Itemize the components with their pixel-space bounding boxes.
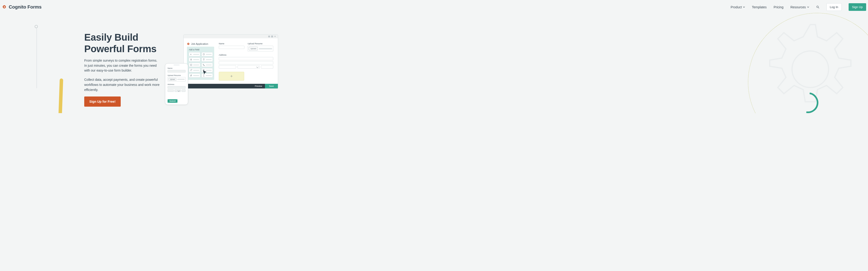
field-upload-resume: Upload Resume Upload — [248, 42, 273, 52]
phone-address-city[interactable] — [167, 89, 174, 92]
address-city-input[interactable] — [219, 65, 236, 68]
field-palette: Add a Field A — [187, 47, 214, 80]
svg-rect-8 — [190, 64, 192, 65]
upload-button[interactable]: Upload — [249, 47, 258, 50]
palette-title: Add a Field — [189, 49, 213, 51]
form-canvas: Name Upload Resume Upload Address — [219, 42, 273, 81]
palette-item-text[interactable]: A — [189, 52, 200, 56]
nav-templates-label: Templates — [752, 5, 767, 9]
save-button[interactable]: Save — [265, 84, 278, 88]
login-button[interactable]: Log In — [827, 3, 842, 11]
phone-upload-bar — [177, 79, 185, 80]
hero-paragraph-1: From simple surveys to complex registrat… — [84, 58, 160, 73]
nav-resources[interactable]: Resources — [790, 5, 809, 9]
list-icon — [190, 58, 192, 61]
phone-submit-button[interactable]: Submit — [167, 99, 178, 103]
svg-line-3 — [818, 7, 819, 8]
phone-field-address: Address — [167, 83, 186, 92]
search-icon — [816, 5, 819, 9]
window-minimize-icon — [268, 35, 270, 37]
svg-point-5 — [188, 43, 189, 44]
palette-item-location[interactable] — [202, 58, 213, 62]
palette-item-phone[interactable] — [202, 63, 213, 67]
upload-placeholder-bar — [259, 48, 272, 50]
palette-item-tag[interactable] — [189, 68, 200, 72]
phone-name-label: Name — [167, 67, 186, 69]
nav-pricing-label: Pricing — [774, 5, 783, 9]
palette-item-list[interactable] — [189, 58, 200, 62]
search-button[interactable] — [816, 5, 819, 9]
nav-templates[interactable]: Templates — [752, 5, 767, 9]
hero-copy: Easily Build Powerful Forms From simple … — [84, 32, 160, 107]
field-name: Name — [219, 42, 244, 52]
name-input[interactable] — [219, 46, 244, 49]
upload-box[interactable]: Upload — [248, 46, 273, 52]
nav-product[interactable]: Product — [731, 5, 745, 9]
svg-point-7 — [203, 54, 205, 55]
phone-preview: Name Upload Resume Upload Address S — [165, 63, 188, 105]
hero-section: Easily Build Powerful Forms From simple … — [0, 32, 868, 107]
builder-illustration: ✕ Job Application Add a Field A — [184, 34, 278, 89]
tag-icon — [190, 69, 192, 71]
address-line2-input[interactable] — [219, 61, 273, 64]
svg-text:A: A — [190, 54, 191, 55]
phone-upload-label: Upload Resume — [167, 74, 186, 77]
builder-window: ✕ Job Application Add a Field A — [184, 34, 278, 89]
preview-button[interactable]: Preview — [252, 84, 265, 88]
field-address: Address — [219, 54, 273, 68]
gear-icon — [187, 42, 190, 45]
text-icon: A — [190, 53, 192, 55]
phone-field-name: Name — [167, 67, 186, 72]
hero-paragraph-2: Collect data, accept payments, and creat… — [84, 77, 160, 92]
phone-name-input[interactable] — [167, 70, 186, 72]
field-upload-resume-label: Upload Resume — [248, 42, 273, 45]
chevron-down-icon — [807, 6, 809, 8]
address-line1-input[interactable] — [219, 57, 273, 60]
field-name-label: Name — [219, 42, 244, 45]
nav-product-label: Product — [731, 5, 742, 9]
palette-item-face[interactable] — [202, 52, 213, 56]
site-header: Cognito Forms Product Templates Pricing … — [0, 0, 868, 11]
brand-logo[interactable]: Cognito Forms — [2, 4, 41, 10]
mouse-cursor-icon — [202, 70, 208, 75]
window-maximize-icon — [271, 35, 273, 37]
nav-resources-label: Resources — [790, 5, 806, 9]
builder-footer: Preview Save — [184, 84, 278, 88]
phone-address-label: Address — [167, 83, 186, 85]
brand-name: Cognito Forms — [9, 4, 41, 10]
field-address-label: Address — [219, 54, 273, 56]
svg-point-2 — [816, 6, 818, 8]
phone-field-upload: Upload Resume Upload — [167, 74, 186, 82]
phone-upload-button[interactable]: Upload — [168, 78, 176, 81]
add-field-dropzone[interactable] — [219, 72, 244, 81]
palette-item-bolt[interactable] — [189, 73, 200, 78]
primary-nav: Product Templates Pricing Resources Log … — [731, 3, 866, 11]
phone-address-line1[interactable] — [167, 86, 186, 89]
address-zip-input[interactable] — [261, 65, 273, 68]
signup-button[interactable]: Sign Up — [848, 3, 866, 11]
phone-address-state[interactable] — [175, 89, 181, 92]
svg-point-1 — [4, 6, 5, 8]
calendar-icon — [190, 64, 192, 66]
signup-free-button[interactable]: Sign Up for Free! — [84, 96, 121, 107]
window-titlebar: ✕ — [184, 35, 278, 38]
smile-icon — [203, 53, 205, 55]
plus-icon — [230, 74, 233, 78]
nav-pricing[interactable]: Pricing — [774, 5, 783, 9]
hero-headline: Easily Build Powerful Forms — [84, 32, 160, 55]
address-state-select[interactable] — [238, 65, 260, 68]
form-title: Job Application — [187, 42, 214, 45]
chevron-down-icon — [743, 6, 745, 8]
phone-upload-box[interactable]: Upload — [167, 77, 186, 82]
form-title-label: Job Application — [191, 42, 208, 45]
gear-icon — [2, 5, 7, 10]
window-close-icon: ✕ — [274, 35, 276, 38]
pin-icon — [203, 58, 205, 61]
palette-item-date[interactable] — [189, 63, 200, 67]
phone-address-zip[interactable] — [182, 89, 186, 92]
bolt-icon — [190, 74, 192, 77]
phone-icon — [203, 64, 205, 66]
